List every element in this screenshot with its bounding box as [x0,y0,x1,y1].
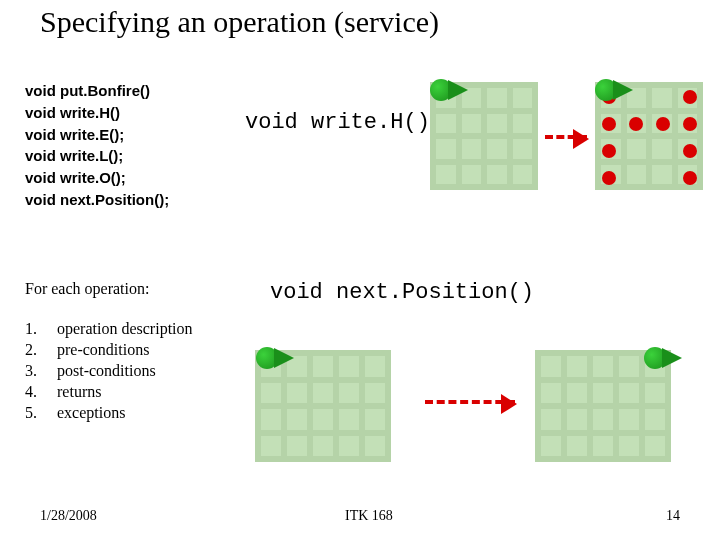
op-line: void write.E(); [25,124,169,146]
dashed-arrow-icon [545,135,587,139]
op-line: void next.Position(); [25,189,169,211]
slide-title: Specifying an operation (service) [40,5,439,39]
footer-page-number: 14 [666,508,680,524]
bonfire-dot-icon [683,117,697,131]
robot-beak-icon [662,348,682,368]
bonfire-dot-icon [683,171,697,185]
footer-course: ITK 168 [345,508,393,524]
list-item: 2. pre-conditions [25,341,193,359]
op-line: void put.Bonfire() [25,80,169,102]
op-line: void write.L(); [25,145,169,167]
diagram-label-nextPosition: void next.Position() [270,280,534,305]
list-number: 4. [25,383,53,401]
bonfire-dot-icon [683,90,697,104]
op-line: void write.H() [25,102,169,124]
list-number: 2. [25,341,53,359]
list-item: 1. operation description [25,320,193,338]
operation-spec-list: 1. operation description 2. pre-conditio… [25,320,193,425]
bonfire-dot-icon [602,117,616,131]
bonfire-dot-icon [629,117,643,131]
list-text: operation description [57,320,193,337]
list-item: 3. post-conditions [25,362,193,380]
bonfire-dot-icon [602,171,616,185]
op-line: void write.O(); [25,167,169,189]
list-text: returns [57,383,101,400]
bonfire-dot-icon [683,144,697,158]
footer-date: 1/28/2008 [40,508,97,524]
bonfire-dot-icon [656,117,670,131]
robot-beak-icon [448,80,468,100]
for-each-heading: For each operation: [25,280,149,298]
robot-beak-icon [613,80,633,100]
list-number: 3. [25,362,53,380]
operations-block: void put.Bonfire() void write.H() void w… [25,80,169,211]
dashed-arrow-icon [425,400,515,404]
list-text: pre-conditions [57,341,149,358]
list-item: 5. exceptions [25,404,193,422]
diagram-label-writeH: void write.H() [245,110,430,135]
list-number: 5. [25,404,53,422]
list-text: exceptions [57,404,125,421]
robot-beak-icon [274,348,294,368]
bonfire-dot-icon [602,144,616,158]
list-item: 4. returns [25,383,193,401]
list-text: post-conditions [57,362,156,379]
list-number: 1. [25,320,53,338]
